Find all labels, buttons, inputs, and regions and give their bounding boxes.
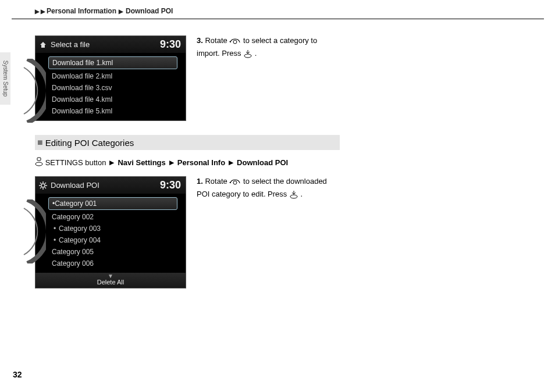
instruction-step-3: 3. Rotate to select a category to import… [197,35,337,62]
settings-path: SETTINGS button ▶ Navi Settings ▶ Person… [35,157,337,168]
press-dial-icon [289,190,298,202]
list-item[interactable]: Category 006 [48,258,186,269]
instruction-step-1: 1. Rotate to select the downloaded POI c… [197,176,337,202]
screen-title: Select a file [51,40,90,49]
svg-rect-2 [37,158,41,161]
file-list: Download file 1.kml Download file 2.kml … [35,53,186,120]
list-item-label: Category 005 [52,248,94,256]
home-icon: Select a file [39,40,90,49]
step-text: Rotate [205,36,229,45]
list-item[interactable]: Category 005 [48,246,186,258]
step-number: 1. [197,177,203,186]
list-item-label: Category 003 [59,224,101,233]
dot-icon: • [52,223,58,234]
list-item[interactable]: •Category 004 [48,234,186,246]
svg-point-14 [290,195,297,198]
screenshot-download-poi: Download POI 9:30 •Category 001 Category… [35,176,186,288]
clock: 9:30 [160,38,181,51]
screen-title: Download POI [51,181,99,190]
step-text: Rotate [205,177,229,186]
screen-footer: ▼ Delete All [35,273,186,288]
list-item[interactable]: Download file 3.csv [48,82,186,94]
path-item: Personal Info [177,158,225,167]
step-text: . [255,49,257,58]
path-text: SETTINGS button [45,158,106,167]
list-item-label: Category 004 [59,236,101,244]
svg-line-11 [45,183,46,184]
settings-button-icon [35,157,43,168]
chevron-right-icon: ▶ [169,159,174,166]
category-list: •Category 001 Category 002 •Category 003… [35,194,186,273]
list-item-selected[interactable]: Download file 1.kml [48,56,177,69]
svg-line-10 [45,187,46,188]
section-title: Editing POI Categories [45,138,134,148]
press-dial-icon [243,49,252,62]
chevron-down-icon: ▼ [35,274,186,279]
list-item-label: Category 006 [52,259,94,268]
list-item-label: Category 001 [55,199,97,208]
chevron-right-icon: ▶ [119,8,123,15]
svg-point-3 [35,162,42,166]
section-heading: ■ Editing POI Categories [35,135,340,150]
svg-point-0 [233,40,237,44]
page-number: 32 [13,370,22,379]
gear-icon: Download POI [39,181,99,190]
svg-point-4 [41,184,45,187]
square-bullet-icon: ■ [37,137,43,148]
divider [12,19,544,19]
clock: 9:30 [160,179,181,191]
delete-all-button[interactable]: Delete All [97,279,124,286]
chevron-right-icon: ▶ [41,8,45,15]
breadcrumb-item: Personal Information [47,7,116,15]
list-item[interactable]: Download file 5.kml [48,105,186,117]
list-item-selected[interactable]: •Category 001 [48,197,177,210]
list-item[interactable]: •Category 003 [48,223,186,234]
dial-arc-icon [20,199,46,263]
screenshot-select-file: Select a file 9:30 Download file 1.kml D… [35,35,186,121]
svg-line-9 [40,183,41,184]
step-text: . [301,190,303,198]
side-tab-label: System Setup [2,60,9,97]
side-tab: System Setup [0,52,10,105]
path-item: Navi Settings [118,158,165,167]
list-item-label: Category 002 [52,213,94,221]
path-item: Download POI [237,158,288,167]
step-number: 3. [197,36,203,45]
chevron-right-icon: ▶ [35,8,40,15]
list-item[interactable]: Download file 4.kml [48,94,186,105]
breadcrumb-item: Download POI [126,7,173,15]
svg-point-1 [244,54,251,58]
svg-point-13 [233,181,237,184]
list-item[interactable]: Download file 2.kml [48,70,186,82]
svg-line-12 [40,187,41,188]
rotate-dial-icon [229,37,241,48]
rotate-dial-icon [229,177,241,189]
breadcrumb: ▶ ▶ Personal Information ▶ Download POI [35,7,555,15]
chevron-right-icon: ▶ [229,159,233,166]
dial-arc-icon [20,59,46,123]
chevron-right-icon: ▶ [109,159,114,166]
dot-icon: • [52,234,58,246]
list-item[interactable]: Category 002 [48,211,186,223]
